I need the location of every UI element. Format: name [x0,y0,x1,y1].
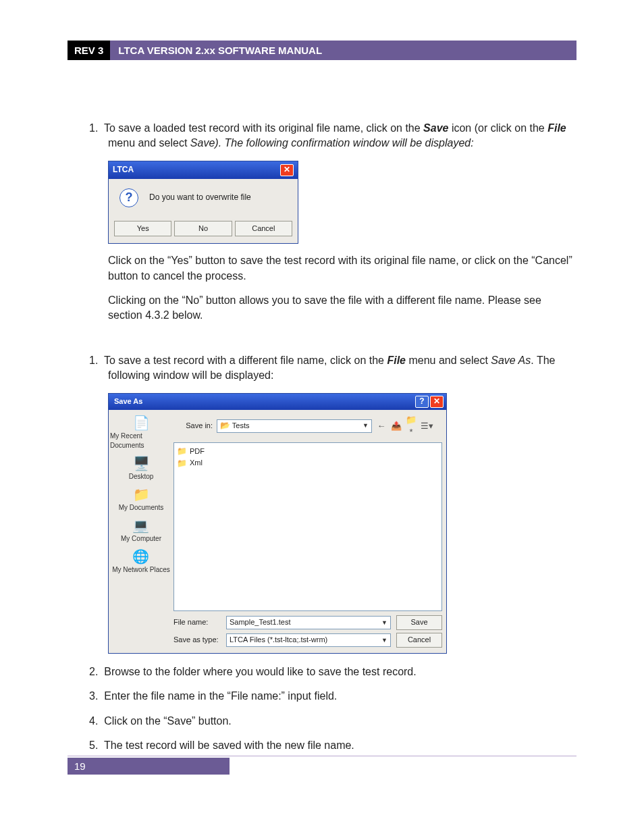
network-icon: 🌐 [131,548,151,565]
para-no: Clicking on the “No” button allows you t… [68,293,576,323]
overwrite-dialog: LTCA ✕ ? Do you want to overwrite file Y… [108,161,298,244]
desktop-icon: 🖥️ [131,454,151,472]
chevron-down-icon: ▼ [381,619,387,627]
filename-label: File name: [173,617,221,627]
savetype-label: Save as type: [173,635,221,645]
dialog-title: LTCA [113,164,134,176]
step-5: 5. The test record will be saved with th… [68,738,576,753]
saveas-toolbar: ← 📤 📁* ☰▾ [376,414,431,438]
dialog-titlebar: LTCA ✕ [109,161,298,179]
no-button[interactable]: No [174,221,232,236]
page-number: 19 [68,758,230,775]
step-3: 3. Enter the file name in the “File name… [68,689,576,704]
new-folder-icon[interactable]: 📁* [406,414,417,438]
sidebar-item-mycomputer[interactable]: 💻 My Computer [121,517,161,544]
savein-select[interactable]: 📂 Tests ▼ [217,419,372,433]
cancel-button[interactable]: Cancel [235,221,292,236]
step-2: 2. Browse to the folder where you would … [68,664,576,679]
back-icon[interactable]: ← [376,420,387,432]
manual-title: LTCA VERSION 2.xx SOFTWARE MANUAL [110,41,576,60]
saveas-title: Save As [114,396,142,407]
chevron-down-icon: ▼ [381,636,387,645]
saveas-titlebar: Save As ? ✕ [109,394,446,410]
folder-icon: 📁 [131,486,151,503]
page-footer: 19 [68,756,576,775]
places-sidebar: 📄 My Recent Documents 🖥️ Desktop 📁 My Do… [109,410,173,653]
savetype-select[interactable]: LTCA Files (*.tst-ltca;.tst-wrm) ▼ [226,633,391,647]
savein-label: Save in: [176,421,213,431]
computer-icon: 💻 [131,517,151,534]
dialog-message: Do you want to overwrite file [149,192,251,203]
help-icon[interactable]: ? [415,396,429,408]
step-4: 4. Click on the “Save” button. [68,714,576,729]
recent-docs-icon: 📄 [131,414,151,432]
step-1-saveas: 1. To save a test record with a differen… [68,353,576,384]
sidebar-item-mydocs[interactable]: 📁 My Documents [119,486,164,513]
folder-icon: 📁 [177,458,187,469]
close-icon[interactable]: ✕ [430,396,444,408]
rev-label: REV 3 [68,41,110,60]
sidebar-item-recent[interactable]: 📄 My Recent Documents [110,414,172,450]
sidebar-item-network[interactable]: 🌐 My Network Places [112,548,170,575]
yes-button[interactable]: Yes [114,221,171,236]
file-list[interactable]: 📁 PDF 📁 Xml [173,442,442,611]
up-folder-icon[interactable]: 📤 [391,420,402,432]
sidebar-item-desktop[interactable]: 🖥️ Desktop [129,454,154,481]
filename-input[interactable]: Sample_Test1.test ▼ [226,616,391,629]
page-header: REV 3 LTCA VERSION 2.xx SOFTWARE MANUAL [68,41,576,60]
list-item[interactable]: 📁 PDF [177,446,439,457]
save-button[interactable]: Save [396,615,442,630]
step-1-save: 1. To save a loaded test record with its… [68,121,576,151]
list-item[interactable]: 📁 Xml [177,458,439,469]
question-icon: ? [119,188,138,207]
para-yes-cancel: Click on the “Yes” button to save the te… [68,253,576,284]
close-icon[interactable]: ✕ [280,164,294,176]
chevron-down-icon: ▼ [363,421,369,430]
views-icon[interactable]: ☰▾ [421,420,431,432]
cancel-button[interactable]: Cancel [396,633,442,648]
folder-icon: 📁 [177,446,187,457]
saveas-dialog: Save As ? ✕ 📄 My Recent Documents 🖥️ Des… [108,393,447,654]
